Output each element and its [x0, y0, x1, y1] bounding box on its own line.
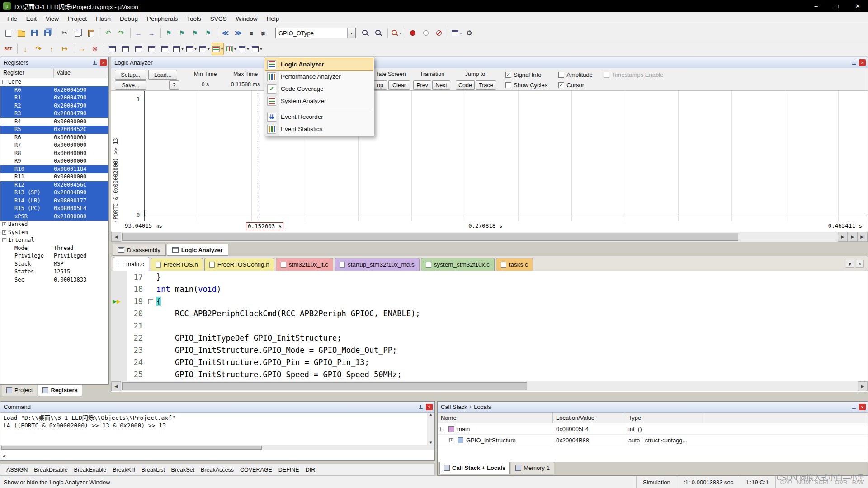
breakpoint-margin[interactable]: [111, 283, 127, 296]
menu-item-event-statistics[interactable]: Event Statistics: [265, 123, 373, 135]
register-row[interactable]: R6 0x00000000: [0, 134, 108, 142]
menu-file[interactable]: File: [3, 12, 22, 25]
nav-forward-button[interactable]: →: [146, 27, 158, 39]
analysis-window-button[interactable]: ▾: [212, 43, 224, 55]
register-row[interactable]: R15 (PC) 0x080005F4: [0, 205, 108, 213]
scroll-up-icon[interactable]: ▲: [430, 413, 432, 417]
tab-registers[interactable]: Registers: [38, 385, 82, 396]
column-location[interactable]: Location/Value: [553, 413, 625, 423]
la-scrollbar[interactable]: ◀ ▶ ▶ ▶|: [111, 232, 868, 242]
code-text[interactable]: int main(void): [156, 283, 221, 296]
callstack-window-button[interactable]: [159, 43, 171, 55]
menu-edit[interactable]: Edit: [22, 12, 41, 25]
register-row[interactable]: States 12515: [0, 268, 108, 276]
paste-button[interactable]: [85, 27, 98, 39]
tab-freertosconfig-h[interactable]: FreeRTOSConfig.h: [204, 258, 274, 271]
run-button[interactable]: →: [76, 43, 89, 55]
bookmark-prev-button[interactable]: ⚑: [176, 27, 189, 39]
cmd-assign-button[interactable]: ASSIGN: [3, 467, 31, 473]
command-window-button[interactable]: [107, 43, 119, 55]
save-all-button[interactable]: [42, 27, 54, 39]
jump-code-button[interactable]: Code: [456, 80, 475, 90]
la-checkbox[interactable]: Amplitude: [558, 70, 593, 80]
checkbox-icon[interactable]: [558, 72, 564, 78]
menu-tools[interactable]: Tools: [182, 12, 206, 25]
run-to-line-button[interactable]: ↦: [59, 43, 71, 55]
close-icon[interactable]: ×: [859, 59, 866, 66]
redo-button[interactable]: ↷: [116, 27, 128, 39]
breakpoint-margin[interactable]: [111, 369, 127, 381]
unindent-button[interactable]: ≪: [220, 27, 232, 39]
scroll-end-icon[interactable]: ▶|: [858, 232, 868, 242]
stop-update-button[interactable]: op: [373, 80, 387, 90]
menu-project[interactable]: Project: [63, 12, 91, 25]
registers-window-button[interactable]: [146, 43, 158, 55]
menu-item[interactable]: [265, 107, 373, 111]
step-over-button[interactable]: ↷: [33, 43, 45, 55]
system-viewer-button[interactable]: ▾: [238, 43, 250, 55]
maximize-button[interactable]: □: [826, 0, 847, 12]
code-text[interactable]: GPIO_InitStructure.GPIO_Pin = GPIO_Pin_1…: [156, 357, 369, 369]
menu-flash[interactable]: Flash: [91, 12, 115, 25]
register-row[interactable]: R8 0x00000000: [0, 150, 108, 158]
cmd-breaklist-button[interactable]: BreakList: [138, 467, 168, 473]
scroll-left-icon[interactable]: ◀: [111, 232, 121, 242]
disable-breakpoint-button[interactable]: [420, 27, 433, 39]
toolbar-button[interactable]: [387, 28, 388, 38]
trace-window-button[interactable]: ▾: [225, 43, 237, 55]
load-button[interactable]: Load...: [148, 70, 177, 80]
debug-find-button[interactable]: ▾: [390, 27, 402, 39]
save-button[interactable]: [29, 27, 41, 39]
checkbox-icon[interactable]: [505, 82, 511, 88]
tab-startup-stm32f10x-md-s[interactable]: startup_stm32f10x_md.s: [335, 258, 420, 271]
menu-debug[interactable]: Debug: [115, 12, 142, 25]
close-icon[interactable]: ×: [426, 404, 433, 410]
uncomment-button[interactable]: ≢: [259, 27, 271, 39]
la-checkbox[interactable]: ✓Signal Info: [505, 70, 547, 80]
pin-icon[interactable]: [851, 404, 857, 410]
cmd-coverage-button[interactable]: COVERAGE: [237, 467, 275, 473]
find-button[interactable]: [373, 27, 385, 39]
register-row[interactable]: +Banked: [0, 221, 108, 229]
open-file-button[interactable]: [16, 27, 28, 39]
register-row[interactable]: R14 (LR) 0x08000177: [0, 197, 108, 205]
indent-button[interactable]: ≫: [233, 27, 245, 39]
transition-next-button[interactable]: Next: [432, 80, 450, 90]
toolbar-button[interactable]: [160, 28, 161, 38]
breakpoint-margin[interactable]: [111, 357, 127, 369]
reset-button[interactable]: RST: [3, 43, 15, 55]
pin-icon[interactable]: [92, 60, 98, 66]
breakpoint-margin[interactable]: [111, 332, 127, 344]
checkbox-icon[interactable]: ✓: [505, 72, 511, 78]
code-text[interactable]: GPIO_InitTypeDef GPIO_InitStructure;: [156, 332, 341, 344]
chevron-down-icon[interactable]: ▾: [347, 28, 355, 38]
scrollbar-track[interactable]: [121, 232, 838, 242]
tab-freertos-h[interactable]: FreeRTOS.h: [151, 258, 203, 271]
nav-back-button[interactable]: ←: [133, 27, 145, 39]
menu-help[interactable]: Help: [262, 12, 284, 25]
find-in-files-button[interactable]: [360, 27, 372, 39]
jump-trace-button[interactable]: Trace: [476, 80, 496, 90]
column-type[interactable]: Type: [625, 413, 703, 423]
bookmark-next-button[interactable]: ⚑: [189, 27, 202, 39]
scroll-right-icon[interactable]: ▶: [858, 381, 868, 391]
menu-item-system-analyzer[interactable]: System Analyzer: [265, 95, 373, 107]
register-row[interactable]: R0 0x20004590: [0, 86, 108, 94]
register-row[interactable]: Privilege Privileged: [0, 252, 108, 260]
column-name[interactable]: Name: [438, 413, 553, 423]
tab-system-stm32f10x-c[interactable]: system_stm32f10x.c: [421, 258, 495, 271]
step-into-button[interactable]: ↓: [20, 43, 32, 55]
register-row[interactable]: R7 0x00000000: [0, 141, 108, 150]
serial-window-button[interactable]: ▾: [198, 43, 211, 55]
configure-button[interactable]: ⚙: [464, 27, 476, 39]
pin-icon[interactable]: [418, 404, 424, 410]
register-row[interactable]: xPSR 0x21000000: [0, 213, 108, 221]
menu-view[interactable]: View: [41, 12, 63, 25]
tab-main-c[interactable]: main.c: [113, 257, 149, 271]
tab-project[interactable]: Project: [2, 385, 37, 396]
disassembly-window-button[interactable]: [120, 43, 132, 55]
help-button[interactable]: ?: [169, 80, 179, 90]
setup-button[interactable]: Setup...: [115, 70, 146, 80]
new-file-button[interactable]: [3, 27, 15, 39]
register-row[interactable]: R13 (SP) 0x20004B90: [0, 189, 108, 197]
